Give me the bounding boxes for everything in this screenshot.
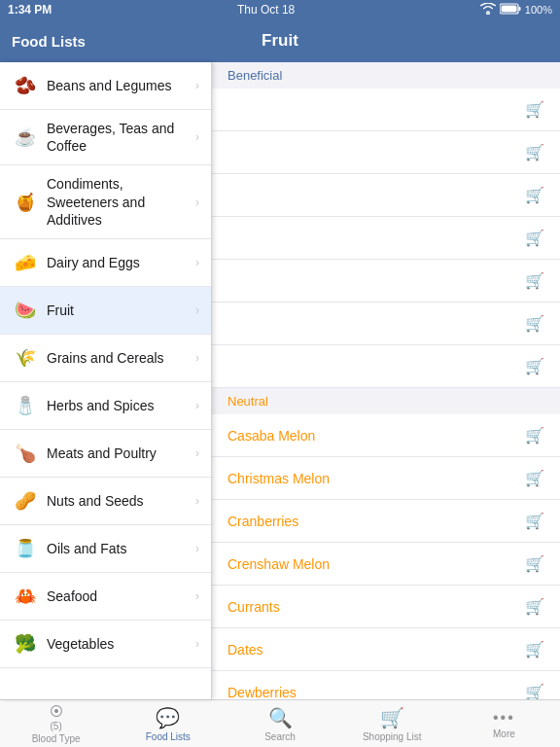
dairy-icon: 🧀 xyxy=(12,249,39,276)
content-area: Beneficial🛒🛒🛒🛒🛒🛒🛒NeutralCasaba Melon🛒Chr… xyxy=(212,62,560,699)
nuts-icon: 🥜 xyxy=(12,487,39,515)
sidebar-item-herbs[interactable]: 🧂Herbs and Spices› xyxy=(0,382,211,430)
food-name: Currants xyxy=(228,599,525,615)
tab-bar: ⦿ (5) Blood Type 💬 Food Lists 🔍 Search 🛒… xyxy=(0,699,560,747)
food-name: Christmas Melon xyxy=(228,471,525,486)
cart-icon[interactable]: 🛒 xyxy=(525,640,544,658)
nav-bar: Food Lists Fruit xyxy=(0,19,560,62)
main-content: 🫘Beans and Legumes›☕Beverages, Teas and … xyxy=(0,62,560,699)
shopping-list-label: Shopping List xyxy=(363,731,422,742)
beverages-icon: ☕ xyxy=(12,124,39,151)
battery-icon xyxy=(500,3,521,17)
cart-icon[interactable]: 🛒 xyxy=(525,426,544,445)
oils-icon: 🫙 xyxy=(12,535,39,562)
sidebar-item-dairy[interactable]: 🧀Dairy and Eggs› xyxy=(0,239,211,287)
cart-icon[interactable]: 🛒 xyxy=(525,683,544,699)
food-row-neutral[interactable]: Casaba Melon🛒 xyxy=(212,414,560,457)
food-row-neutral[interactable]: Crenshaw Melon🛒 xyxy=(212,543,560,586)
chevron-right-icon: › xyxy=(195,542,199,555)
chevron-right-icon: › xyxy=(195,256,199,269)
sidebar-label-grains: Grains and Cereals xyxy=(47,349,192,367)
food-row-beneficial-empty[interactable]: 🛒 xyxy=(212,89,560,131)
food-name: Crenshaw Melon xyxy=(228,556,525,572)
food-row-neutral[interactable]: Christmas Melon🛒 xyxy=(212,457,560,500)
chevron-right-icon: › xyxy=(195,637,199,651)
food-row-neutral[interactable]: Cranberries🛒 xyxy=(212,500,560,543)
chevron-right-icon: › xyxy=(195,446,199,460)
food-name: Cranberries xyxy=(228,514,525,529)
cart-icon[interactable]: 🛒 xyxy=(525,512,544,530)
food-row-beneficial-empty[interactable]: 🛒 xyxy=(212,302,560,345)
cart-icon[interactable]: 🛒 xyxy=(525,469,544,487)
seafood-icon: 🦀 xyxy=(12,583,39,610)
food-row-beneficial-empty[interactable]: 🛒 xyxy=(212,131,560,174)
condiments-icon: 🍯 xyxy=(12,189,39,216)
sidebar-item-beverages[interactable]: ☕Beverages, Teas and Coffee› xyxy=(0,110,211,165)
sidebar-label-herbs: Herbs and Spices xyxy=(47,397,192,414)
chevron-right-icon: › xyxy=(195,303,199,317)
food-row-beneficial-empty[interactable]: 🛒 xyxy=(212,345,560,388)
sidebar-item-nuts[interactable]: 🥜Nuts and Seeds› xyxy=(0,478,211,525)
chevron-right-icon: › xyxy=(195,351,199,365)
chevron-right-icon: › xyxy=(195,494,199,508)
meats-icon: 🍗 xyxy=(12,440,39,467)
status-time: 1:34 PM xyxy=(8,3,52,17)
sidebar-label-beans: Beans and Legumes xyxy=(47,77,192,94)
neutral-header: Neutral xyxy=(212,388,560,414)
more-label: More xyxy=(493,729,515,739)
cart-icon[interactable]: 🛒 xyxy=(525,357,544,375)
sidebar-label-meats: Meats and Poultry xyxy=(47,445,192,462)
search-icon: 🔍 xyxy=(268,706,293,729)
chevron-right-icon: › xyxy=(195,130,199,144)
sidebar-label-fruit: Fruit xyxy=(47,302,192,319)
chevron-right-icon: › xyxy=(195,196,199,209)
food-row-neutral[interactable]: Currants🛒 xyxy=(212,586,560,628)
sidebar-item-oils[interactable]: 🫙Oils and Fats› xyxy=(0,525,211,573)
sidebar-label-condiments: Condiments, Sweeteners and Additives xyxy=(47,175,192,229)
status-indicators: 100% xyxy=(480,3,552,17)
status-bar: 1:34 PM Thu Oct 18 100% xyxy=(0,0,560,19)
tab-blood-type[interactable]: ⦿ (5) Blood Type xyxy=(0,700,112,747)
shopping-cart-icon: 🛒 xyxy=(380,706,404,729)
sidebar-item-grains[interactable]: 🌾Grains and Cereals› xyxy=(0,335,211,382)
cart-icon[interactable]: 🛒 xyxy=(525,143,544,161)
chevron-right-icon: › xyxy=(195,399,199,412)
food-row-beneficial-empty[interactable]: 🛒 xyxy=(212,260,560,302)
sidebar-label-beverages: Beverages, Teas and Coffee xyxy=(47,120,192,155)
cart-icon[interactable]: 🛒 xyxy=(525,597,544,616)
sidebar-menu: 🫘Beans and Legumes›☕Beverages, Teas and … xyxy=(0,62,212,699)
svg-rect-2 xyxy=(501,6,516,13)
grains-icon: 🌾 xyxy=(12,344,39,372)
food-name: Dates xyxy=(228,642,525,658)
cart-icon[interactable]: 🛒 xyxy=(525,229,544,247)
sidebar-item-vegetables[interactable]: 🥦Vegetables› xyxy=(0,621,211,668)
cart-icon[interactable]: 🛒 xyxy=(525,271,544,290)
tab-more[interactable]: ••• More xyxy=(448,700,560,747)
cart-icon[interactable]: 🛒 xyxy=(525,100,544,119)
sidebar-label-vegetables: Vegetables xyxy=(47,635,192,653)
food-row-beneficial-empty[interactable]: 🛒 xyxy=(212,217,560,260)
cart-icon[interactable]: 🛒 xyxy=(525,186,544,204)
sidebar-label-seafood: Seafood xyxy=(47,587,192,605)
sidebar-item-condiments[interactable]: 🍯Condiments, Sweeteners and Additives› xyxy=(0,165,211,239)
blood-type-badge: (5) xyxy=(50,721,61,731)
food-lists-icon: 💬 xyxy=(156,706,180,729)
sidebar-item-fruit[interactable]: 🍉Fruit› xyxy=(0,287,211,335)
cart-icon[interactable]: 🛒 xyxy=(525,314,544,333)
nav-center-title: Fruit xyxy=(262,31,298,51)
tab-food-lists[interactable]: 💬 Food Lists xyxy=(112,700,224,747)
sidebar-item-meats[interactable]: 🍗Meats and Poultry› xyxy=(0,430,211,478)
tab-shopping-list[interactable]: 🛒 Shopping List xyxy=(336,700,448,747)
beneficial-header: Beneficial xyxy=(212,62,560,89)
food-name: Dewberries xyxy=(228,685,525,700)
tab-search[interactable]: 🔍 Search xyxy=(224,700,335,747)
blood-type-icon: ⦿ xyxy=(50,703,63,719)
sidebar-label-nuts: Nuts and Seeds xyxy=(47,492,192,510)
food-row-neutral[interactable]: Dewberries🛒 xyxy=(212,671,560,699)
sidebar-item-beans[interactable]: 🫘Beans and Legumes› xyxy=(0,62,211,110)
food-row-neutral[interactable]: Dates🛒 xyxy=(212,628,560,671)
fruit-icon: 🍉 xyxy=(12,297,39,324)
food-row-beneficial-empty[interactable]: 🛒 xyxy=(212,174,560,217)
cart-icon[interactable]: 🛒 xyxy=(525,554,544,573)
sidebar-item-seafood[interactable]: 🦀Seafood› xyxy=(0,573,211,621)
